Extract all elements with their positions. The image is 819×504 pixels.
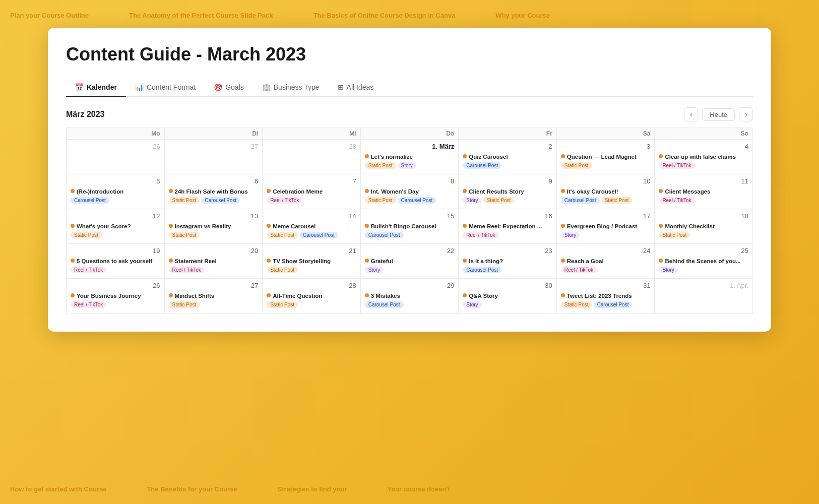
event-item[interactable]: What's your Score?Static Post xyxy=(71,223,160,238)
tab-kalender[interactable]: 📅 Kalender xyxy=(66,79,126,97)
day-number: 5 xyxy=(71,177,160,185)
calendar-day[interactable]: 18Monthly ChecklistStatic Post xyxy=(655,209,753,243)
calendar-day[interactable]: 5(Re-)IntroductionCarousel Post xyxy=(67,174,165,209)
calendar-day[interactable]: 16Meme Reel: Expectation ...Reel / TikTo… xyxy=(459,209,557,243)
event-item[interactable]: Is it a thing?Carousel Post xyxy=(463,258,552,273)
event-dot xyxy=(659,259,663,263)
tab-goals[interactable]: 🎯 Goals xyxy=(205,79,253,97)
event-item[interactable]: Q&A StoryStory xyxy=(463,292,552,308)
event-item[interactable]: Statement ReelReel / TikTok xyxy=(169,258,259,273)
calendar-day[interactable]: 27Mindset ShiftsStatic Post xyxy=(164,278,263,313)
weekday-mi: Mi xyxy=(263,128,361,140)
event-tag: Carousel Post xyxy=(365,232,404,238)
event-item[interactable]: Clear up with false claimsReel / TikTok xyxy=(659,153,748,169)
event-item[interactable]: Question — Lead MagnetStatic Post xyxy=(561,153,651,169)
event-item[interactable]: Tweet List: 2023 TrendsStatic PostCarous… xyxy=(561,292,651,308)
calendar-day[interactable]: 21TV Show StorytellingStatic Post xyxy=(263,243,361,278)
calendar-day[interactable]: 24Reach a GoalReel / TikTok xyxy=(556,243,655,278)
calendar-day[interactable]: 293 MistakesCarousel Post xyxy=(360,278,459,313)
tab-content-format[interactable]: 📊 Content Format xyxy=(126,79,205,97)
event-item[interactable]: All-Time QuestionStatic Post xyxy=(267,292,356,308)
calendar-day[interactable]: 17Evergreen Blog / PodcastStory xyxy=(556,209,655,243)
calendar-day[interactable]: 2Quiz CarouselCarousel Post xyxy=(459,140,557,174)
calendar-day[interactable]: 23Is it a thing?Carousel Post xyxy=(459,243,557,278)
event-title: What's your Score? xyxy=(71,223,160,230)
event-title-text: Is it a thing? xyxy=(469,258,503,265)
event-tag: Story xyxy=(463,301,481,308)
event-item[interactable]: Quiz CarouselCarousel Post xyxy=(463,153,552,169)
calendar-day[interactable]: 25Behind the Scenes of you...Story xyxy=(655,243,753,278)
event-item[interactable]: Instagram vs RealityStatic Post xyxy=(169,223,259,238)
calendar-day[interactable]: 624h Flash Sale with BonusStatic PostCar… xyxy=(164,174,263,209)
tab-all-ideas[interactable]: ⊞ All Ideas xyxy=(329,79,383,97)
calendar-day[interactable]: 9Client Results StoryStoryStatic Post xyxy=(459,174,557,209)
event-tag: Static Post xyxy=(267,232,298,238)
event-item[interactable]: Client MessagesReel / TikTok xyxy=(659,188,748,204)
calendar-day[interactable]: 195 Questions to ask yourselfReel / TikT… xyxy=(67,243,165,278)
day-number: 19 xyxy=(71,247,160,255)
event-item[interactable]: Monthly ChecklistStatic Post xyxy=(659,223,748,238)
calendar-day[interactable]: 1. MärzLet's normalizeStatic PostStory xyxy=(360,140,459,174)
tab-kalender-label: Kalender xyxy=(87,83,117,91)
calendar-day[interactable]: 14Meme CarouselStatic PostCarousel Post xyxy=(263,209,361,243)
calendar-day[interactable]: 15Bullsh't Bingo CarouselCarousel Post xyxy=(360,209,459,243)
event-item[interactable]: Celebration MemeReel / TikTok xyxy=(267,188,356,204)
event-item[interactable]: Meme Reel: Expectation ...Reel / TikTok xyxy=(463,223,552,238)
calendar-day[interactable]: 27 xyxy=(164,140,263,174)
calendar-day[interactable]: 4Clear up with false claimsReel / TikTok xyxy=(655,140,753,174)
event-item[interactable]: 5 Questions to ask yourselfReel / TikTok xyxy=(71,258,160,273)
event-item[interactable]: TV Show StorytellingStatic Post xyxy=(267,258,356,273)
calendar-day[interactable]: 1. Apr. xyxy=(655,278,753,313)
event-item[interactable]: (Re-)IntroductionCarousel Post xyxy=(71,188,160,204)
main-card: Content Guide - March 2023 📅 Kalender 📊 … xyxy=(48,28,771,332)
event-title-text: Let's normalize xyxy=(371,153,413,161)
event-item[interactable]: GratefulStory xyxy=(365,258,455,273)
event-item[interactable]: Behind the Scenes of you...Story xyxy=(659,258,748,273)
event-title-text: Quiz Carousel xyxy=(469,153,508,161)
calendar-day[interactable]: 31Tweet List: 2023 TrendsStatic PostCaro… xyxy=(556,278,655,313)
event-dot xyxy=(169,293,173,297)
calendar-day[interactable]: 7Celebration MemeReel / TikTok xyxy=(263,174,361,209)
event-item[interactable]: 24h Flash Sale with BonusStatic PostCaro… xyxy=(169,188,259,204)
event-title-text: 3 Mistakes xyxy=(371,292,400,300)
calendar-day[interactable]: 28All-Time QuestionStatic Post xyxy=(263,278,361,313)
event-item[interactable]: Meme CarouselStatic PostCarousel Post xyxy=(267,223,356,238)
event-item[interactable]: Bullsh't Bingo CarouselCarousel Post xyxy=(365,223,455,238)
tab-business-type[interactable]: 🏢 Business Type xyxy=(253,79,329,97)
calendar-day[interactable]: 26 xyxy=(67,140,165,174)
calendar-day[interactable]: 10It's okay Carousel!Carousel PostStatic… xyxy=(556,174,655,209)
event-item[interactable]: Let's normalizeStatic PostStory xyxy=(365,153,455,169)
event-item[interactable]: Client Results StoryStoryStatic Post xyxy=(463,188,552,204)
calendar-day[interactable]: 22GratefulStory xyxy=(360,243,459,278)
bg-bottom-strip: How to get started with Course The Benef… xyxy=(0,474,819,504)
event-item[interactable]: Evergreen Blog / PodcastStory xyxy=(561,223,651,238)
calendar-day[interactable]: 11Client MessagesReel / TikTok xyxy=(655,174,753,209)
event-title: Q&A Story xyxy=(463,292,552,300)
event-tag: Static Post xyxy=(659,232,690,238)
event-item[interactable]: Mindset ShiftsStatic Post xyxy=(169,292,259,308)
event-item[interactable]: It's okay Carousel!Carousel PostStatic P… xyxy=(561,188,651,204)
day-number: 18 xyxy=(659,212,748,220)
event-item[interactable]: Int. Women's DayStatic PostCarousel Post xyxy=(365,188,455,204)
calendar-day[interactable]: 26Your Business JourneyReel / TikTok xyxy=(67,278,165,313)
calendar-day[interactable]: 12What's your Score?Static Post xyxy=(67,209,165,243)
event-item[interactable]: Your Business JourneyReel / TikTok xyxy=(71,292,160,308)
heute-button[interactable]: Heute xyxy=(702,108,735,121)
event-item[interactable]: Reach a GoalReel / TikTok xyxy=(561,258,651,273)
event-title-text: Evergreen Blog / Podcast xyxy=(567,223,637,230)
next-month-button[interactable]: › xyxy=(739,107,753,121)
event-tags: Reel / TikTok xyxy=(267,197,356,204)
event-item[interactable]: 3 MistakesCarousel Post xyxy=(365,292,455,308)
calendar-day[interactable]: 30Q&A StoryStory xyxy=(459,278,557,313)
day-number: 3 xyxy=(561,143,651,150)
calendar-day[interactable]: 20Statement ReelReel / TikTok xyxy=(164,243,263,278)
event-tags: Static Post xyxy=(561,162,651,169)
calendar-day[interactable]: 28 xyxy=(263,140,361,174)
calendar-day[interactable]: 8Int. Women's DayStatic PostCarousel Pos… xyxy=(360,174,459,209)
event-tags: Static PostCarousel Post xyxy=(561,301,651,308)
prev-month-button[interactable]: ‹ xyxy=(684,107,698,121)
calendar-day[interactable]: 13Instagram vs RealityStatic Post xyxy=(164,209,263,243)
day-number: 8 xyxy=(365,177,455,185)
calendar-day[interactable]: 3Question — Lead MagnetStatic Post xyxy=(556,140,655,174)
day-number: 2 xyxy=(463,143,552,150)
